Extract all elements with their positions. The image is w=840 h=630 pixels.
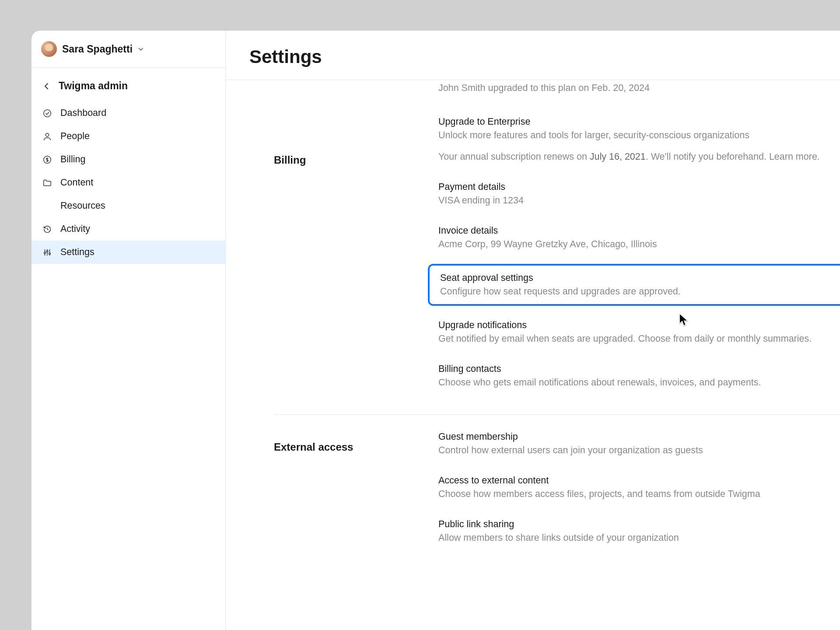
nav-item-activity[interactable]: Activity [32, 217, 225, 241]
payment-details-item[interactable]: Payment details VISA ending in 1234 [438, 172, 840, 216]
app-window: Sara Spaghetti Twigma admin Dashboard [32, 31, 840, 630]
svg-point-4 [46, 250, 48, 252]
setting-title: Upgrade notifications [438, 320, 840, 331]
setting-desc: Configure how seat requests and upgrades… [440, 286, 838, 297]
setting-desc: Unlock more features and tools for large… [438, 130, 840, 141]
nav-item-label: Activity [60, 224, 90, 234]
setting-title: Seat approval settings [440, 273, 838, 284]
billing-section: Billing Your annual subscription renews … [274, 151, 840, 414]
invoice-details-item[interactable]: Invoice details Acme Corp, 99 Wayne Gret… [438, 216, 840, 259]
setting-desc: Acme Corp, 99 Wayne Gretzky Ave, Chicago… [438, 239, 840, 250]
svg-point-3 [44, 252, 46, 254]
user-name: Sara Spaghetti [62, 43, 133, 55]
section-body: Guest membership Control how external us… [438, 431, 840, 553]
setting-desc: Control how external users can join your… [438, 445, 840, 456]
setting-title: Upgrade to Enterprise [438, 116, 840, 127]
nav-item-label: Billing [60, 154, 85, 165]
upgrade-enterprise-item[interactable]: Upgrade to Enterprise Unlock more featur… [438, 116, 840, 141]
chevron-down-icon [138, 46, 144, 52]
back-arrow-icon[interactable] [42, 82, 51, 91]
main-content: Settings John Smith upgraded to this pla… [226, 31, 840, 630]
setting-title: Public link sharing [438, 519, 840, 530]
setting-title: Access to external content [438, 475, 840, 486]
user-menu[interactable]: Sara Spaghetti [32, 31, 225, 68]
check-circle-icon [42, 108, 52, 119]
upgrade-notifications-item[interactable]: Upgrade notifications Get notified by em… [438, 310, 840, 354]
setting-desc: Choose who gets email notifications abou… [438, 377, 840, 388]
page-title: Settings [249, 46, 816, 67]
sliders-icon [42, 247, 52, 258]
svg-point-5 [49, 252, 51, 254]
external-content-item[interactable]: Access to external content Choose how me… [438, 466, 840, 509]
section-label: External access [274, 431, 438, 553]
setting-desc: Get notified by email when seats are upg… [438, 333, 840, 344]
admin-header[interactable]: Twigma admin [32, 68, 225, 97]
renewal-date: July 16, 2021 [590, 151, 646, 162]
guest-membership-item[interactable]: Guest membership Control how external us… [438, 431, 840, 466]
section-body: Your annual subscription renews on July … [438, 151, 840, 398]
nav-item-content[interactable]: Content [32, 171, 225, 194]
setting-title: Billing contacts [438, 364, 840, 374]
setting-desc: Choose how members access files, project… [438, 489, 840, 500]
setting-title: Invoice details [438, 225, 840, 236]
avatar [41, 41, 57, 57]
nav-item-resources[interactable]: Resources [32, 194, 225, 217]
folder-icon [42, 178, 52, 188]
nav-list: Dashboard People Billing Content [32, 97, 225, 264]
setting-desc: Allow members to share links outside of … [438, 532, 840, 543]
settings-content: John Smith upgraded to this plan on Feb.… [226, 80, 840, 630]
main-header: Settings [226, 31, 840, 80]
seat-approval-item[interactable]: Seat approval settings Configure how sea… [428, 264, 840, 306]
subscription-renewal-note: Your annual subscription renews on July … [438, 151, 840, 172]
svg-point-0 [44, 109, 51, 117]
nav-item-label: Dashboard [60, 108, 106, 119]
blank-icon [42, 201, 52, 211]
svg-point-1 [46, 133, 49, 136]
section-label: Billing [274, 151, 438, 398]
history-icon [42, 224, 52, 234]
nav-item-people[interactable]: People [32, 125, 225, 148]
sidebar: Sara Spaghetti Twigma admin Dashboard [32, 31, 226, 630]
setting-desc: VISA ending in 1234 [438, 195, 840, 206]
public-link-sharing-item[interactable]: Public link sharing Allow members to sha… [438, 509, 840, 553]
renewal-prefix: Your annual subscription renews on [438, 151, 590, 162]
external-access-section: External access Guest membership Control… [274, 414, 840, 570]
nav-item-settings[interactable]: Settings [32, 241, 225, 264]
person-icon [42, 131, 52, 142]
dollar-circle-icon [42, 154, 52, 165]
billing-contacts-item[interactable]: Billing contacts Choose who gets email n… [438, 354, 840, 398]
setting-title: Payment details [438, 182, 840, 192]
nav-item-label: People [60, 131, 90, 142]
nav-item-label: Content [60, 177, 93, 188]
plan-history-text: John Smith upgraded to this plan on Feb.… [438, 83, 840, 94]
nav-item-label: Settings [60, 247, 94, 258]
nav-item-billing[interactable]: Billing [32, 148, 225, 171]
nav-item-dashboard[interactable]: Dashboard [32, 102, 225, 125]
admin-title: Twigma admin [59, 80, 128, 92]
setting-title: Guest membership [438, 431, 840, 442]
nav-item-label: Resources [60, 200, 105, 211]
plan-section-body: John Smith upgraded to this plan on Feb.… [274, 83, 840, 151]
renewal-suffix: . We'll notify you beforehand. Learn mor… [646, 151, 820, 162]
